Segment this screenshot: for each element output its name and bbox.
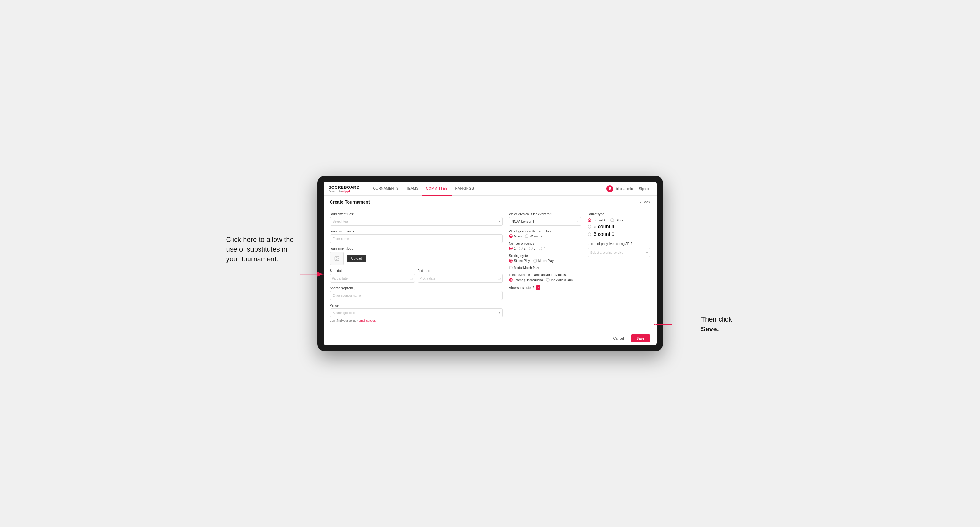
scoring-match[interactable]: Match Play: [533, 259, 554, 263]
back-chevron: ‹: [640, 200, 641, 204]
nav-separator: |: [635, 187, 636, 190]
tournament-host-group: Tournament Host Search team ▾: [330, 212, 503, 226]
form-body: Tournament Host Search team ▾ Tournament…: [324, 207, 657, 331]
logo-upload-area: Upload: [330, 252, 503, 265]
radio-6count5-circle: [587, 232, 591, 236]
nav-rankings[interactable]: RANKINGS: [452, 182, 478, 196]
nav-logo: SCOREBOARD Powered by clippd: [329, 185, 360, 192]
scoring-service-select[interactable]: Select a scoring service ▾: [587, 248, 651, 257]
gender-mens[interactable]: Mens: [509, 234, 522, 238]
radio-mens-circle: [509, 234, 513, 238]
substitutes-label: Allow substitutes?: [509, 286, 534, 290]
cancel-button[interactable]: Cancel: [609, 335, 628, 342]
annotation-right: Then click Save.: [701, 315, 732, 334]
scoring-api-group: Use third-party live scoring API? Select…: [587, 242, 651, 257]
nav-signout[interactable]: Sign out: [639, 187, 651, 190]
svg-point-3: [336, 257, 336, 258]
format-type-group: Format type 5 count 4 Other: [587, 212, 651, 237]
teams-label: Is this event for Teams and/or Individua…: [509, 273, 581, 277]
start-date-group: Start date Pick a date ▭: [330, 269, 415, 283]
gender-womens[interactable]: Womens: [525, 234, 542, 238]
gender-mens-label: Mens: [514, 235, 522, 238]
radio-individuals-circle: [546, 278, 550, 282]
scoring-system-label: Scoring system: [509, 254, 581, 257]
venue-input[interactable]: Search golf club ▾: [330, 308, 503, 317]
start-date-label: Start date: [330, 269, 415, 273]
nav-committee[interactable]: COMMITTEE: [422, 182, 452, 196]
end-date-group: End date Pick a date ▭: [418, 269, 503, 283]
nav-tournaments[interactable]: TOURNAMENTS: [367, 182, 402, 196]
tournament-name-input[interactable]: Enter name: [330, 234, 503, 243]
tournament-host-label: Tournament Host: [330, 212, 503, 216]
arrow-left-annotation: [300, 268, 325, 281]
tournament-name-group: Tournament name Enter name: [330, 230, 503, 243]
cant-find-text: Can't find your venue? email support: [330, 319, 503, 322]
scoring-service-placeholder: Select a scoring service: [590, 251, 624, 254]
rounds-3[interactable]: 3: [529, 246, 536, 250]
start-date-placeholder: Pick a date: [332, 277, 347, 280]
save-button[interactable]: Save: [631, 335, 651, 342]
gender-group: Which gender is the event for? Mens Wome…: [509, 230, 581, 238]
gender-radio-group: Mens Womens: [509, 234, 581, 238]
format-type-label: Format type: [587, 212, 651, 216]
individuals-only[interactable]: Individuals Only: [546, 278, 573, 282]
radio-4-circle: [539, 246, 542, 250]
tournament-name-label: Tournament name: [330, 230, 503, 233]
gender-womens-label: Womens: [530, 235, 542, 238]
sponsor-input[interactable]: Enter sponsor name: [330, 291, 503, 300]
page-header: Create Tournament ‹ Back: [324, 196, 657, 207]
format-6count5[interactable]: 6 count 5: [587, 232, 651, 237]
format-5count4[interactable]: 5 count 4: [587, 218, 606, 222]
format-other[interactable]: Other: [611, 218, 624, 222]
format-row-1: 5 count 4 Other: [587, 218, 651, 222]
radio-medal-circle: [509, 266, 513, 270]
scoring-system-group: Scoring system Stroke Play Match Play: [509, 254, 581, 270]
logo-powered: Powered by clippd: [329, 190, 360, 192]
division-group: Which division is the event for? NCAA Di…: [509, 212, 581, 226]
scoring-medal[interactable]: Medal Match Play: [509, 266, 539, 270]
end-date-placeholder: Pick a date: [420, 277, 435, 280]
substitutes-checkbox-item[interactable]: Allow substitutes? ✓: [509, 286, 581, 290]
nav-user: B blair admin | Sign out: [606, 185, 651, 192]
start-date-input[interactable]: Pick a date ▭: [330, 274, 415, 283]
division-select[interactable]: NCAA Division I ▾: [509, 217, 581, 226]
chevron-down-venue-icon: ▾: [499, 311, 500, 314]
email-support-link[interactable]: email support: [359, 319, 376, 322]
substitutes-checkbox[interactable]: ✓: [536, 286, 541, 290]
sponsor-group: Sponsor (optional) Enter sponsor name: [330, 286, 503, 300]
rounds-4[interactable]: 4: [539, 246, 546, 250]
sponsor-placeholder: Enter sponsor name: [333, 294, 361, 297]
scoring-api-label: Use third-party live scoring API?: [587, 242, 651, 246]
gender-label: Which gender is the event for?: [509, 230, 581, 233]
form-footer: Cancel Save: [324, 331, 657, 345]
rounds-1[interactable]: 1: [509, 246, 516, 250]
image-icon: [334, 256, 340, 261]
back-button[interactable]: ‹ Back: [640, 200, 650, 204]
rounds-group: Number of rounds 1 2: [509, 242, 581, 250]
sponsor-label: Sponsor (optional): [330, 286, 503, 290]
nav-teams[interactable]: TEAMS: [402, 182, 422, 196]
radio-stroke-circle: [509, 259, 513, 263]
radio-womens-circle: [525, 234, 528, 238]
venue-placeholder: Search golf club: [333, 311, 355, 315]
upload-button[interactable]: Upload: [347, 255, 367, 262]
radio-3-circle: [529, 246, 533, 250]
nav-links: TOURNAMENTS TEAMS COMMITTEE RANKINGS: [367, 182, 606, 196]
logo-placeholder-box: [330, 252, 344, 265]
rounds-label: Number of rounds: [509, 242, 581, 245]
radio-6count4-circle: [587, 225, 591, 229]
teams-radio-group: Teams (+Individuals) Individuals Only: [509, 278, 581, 282]
rounds-2[interactable]: 2: [519, 246, 526, 250]
nav-bar: SCOREBOARD Powered by clippd TOURNAMENTS…: [324, 182, 657, 196]
venue-label: Venue: [330, 304, 503, 307]
tournament-host-input[interactable]: Search team ▾: [330, 217, 503, 226]
radio-teams-circle: [509, 278, 513, 282]
rounds-radio-group: 1 2 3 4: [509, 246, 581, 250]
scoring-radio-group: Stroke Play Match Play Medal Match Play: [509, 259, 581, 270]
format-6count4[interactable]: 6 count 4: [587, 224, 651, 230]
end-date-input[interactable]: Pick a date ▭: [418, 274, 503, 283]
radio-5count4-circle: [587, 218, 591, 222]
scoring-stroke[interactable]: Stroke Play: [509, 259, 530, 263]
calendar-icon: ▭: [410, 276, 413, 281]
teams-plus-individuals[interactable]: Teams (+Individuals): [509, 278, 543, 282]
